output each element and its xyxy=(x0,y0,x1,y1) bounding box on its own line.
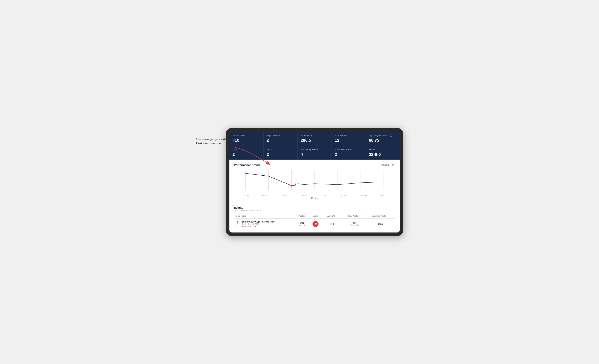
table-row: 🏌 Buster Cozy Cup – Stroke Play Oct 9 – … xyxy=(234,218,395,230)
chart-axis-label: Months xyxy=(234,197,395,199)
tablet-screen: National Rank #10 Regional Rank 2 Scorin… xyxy=(229,132,400,232)
x-label-nov23: NOV 23 xyxy=(255,195,275,197)
col-total-points: Total Points i xyxy=(343,214,366,219)
stat-match-play: Match Play Events 2 xyxy=(332,145,366,160)
stat-regional-rank: Regional Rank 2 xyxy=(264,132,297,145)
event-rounds: 3 Rounds xyxy=(344,224,365,226)
event-name-cell: 🏌 Buster Cozy Cup – Stroke Play Oct 9 – … xyxy=(234,218,295,230)
stat-label-record: Record xyxy=(369,148,397,151)
stat-label-wins: Wins xyxy=(232,148,260,151)
stat-value-scoring-avg: 286.5 xyxy=(301,138,328,143)
x-label-apr24: APR 24 xyxy=(354,195,374,197)
stat-wins: Wins 2 xyxy=(229,145,263,160)
x-label-may24: MAY 24 xyxy=(374,195,394,197)
stat-stroke-play: Stroke Play Events 4 xyxy=(298,145,332,160)
col-event-sg: Event SG i xyxy=(322,214,343,219)
event-position-cell: 6th out of 7 xyxy=(295,218,309,230)
event-golf-icon: 🏌 xyxy=(236,221,240,225)
stat-label-national-rank: National Rank xyxy=(232,134,260,137)
weighted-points-info-icon[interactable]: i xyxy=(387,215,389,217)
stat-value-stroke-play: 4 xyxy=(301,152,328,157)
event-sg-info-icon[interactable]: i xyxy=(336,215,338,217)
rank-impact-arrow: ▼ xyxy=(255,225,256,228)
events-table: Event Name Position Score Event SG i Tot… xyxy=(234,214,395,230)
stat-value-national-rank: #10 xyxy=(232,138,260,143)
stat-label-top3s: Top 3s xyxy=(266,148,294,151)
stat-total-rounds: Total Rounds 12 xyxy=(332,132,366,145)
event-score-badge: -22 xyxy=(312,221,318,227)
col-position: Position xyxy=(295,214,309,219)
performance-title: Performance Trend xyxy=(234,163,260,167)
stat-value-regional-rank: 2 xyxy=(266,138,294,143)
event-name-col: 🏌 Buster Cozy Cup – Stroke Play Oct 9 – … xyxy=(236,221,293,228)
col-score: Score xyxy=(309,214,322,219)
event-total-points-cell: 28.3 3 Rounds xyxy=(343,218,366,230)
stat-value-match-play: 2 xyxy=(335,152,363,157)
stat-avg-weighted: Avg. Weighted Points i 68.75 xyxy=(366,132,400,145)
event-weighted-points-cell: 28.3 xyxy=(366,218,395,230)
event-sg-cell: 0.45 xyxy=(322,218,343,230)
x-label-mar24: MAR 24 xyxy=(334,195,354,197)
performance-header: Performance Trend National Rank xyxy=(234,163,395,167)
x-label-dec23: DEC 23 xyxy=(275,195,295,197)
stats-row-2: Wins 2 Top 3s 2 Stroke Play Events 4 Mat… xyxy=(229,145,400,160)
event-details: Buster Cozy Cup – Stroke Play Oct 9 – Oc… xyxy=(241,221,274,228)
total-points-info-icon[interactable]: i xyxy=(359,215,361,217)
stat-value-total-rounds: 12 xyxy=(335,138,363,143)
stat-scoring-avg: Scoring Avg. 286.5 xyxy=(298,132,332,145)
performance-chart: #10 xyxy=(234,169,395,194)
events-subtitle: Last updated: 24th November 2023 xyxy=(234,210,395,212)
event-score-cell: -22 xyxy=(309,218,322,230)
x-label-feb24: FEB 24 xyxy=(315,195,334,197)
annotation-text: This shows you your National Rank trend … xyxy=(196,138,231,145)
tablet-frame: National Rank #10 Regional Rank 2 Scorin… xyxy=(226,128,403,236)
stat-label-regional-rank: Regional Rank xyxy=(266,134,294,137)
stat-value-avg-weighted: 68.75 xyxy=(369,138,397,143)
stat-label-match-play: Match Play Events xyxy=(335,148,363,151)
table-header-row: Event Name Position Score Event SG i Tot… xyxy=(234,214,395,219)
stat-value-top3s: 2 xyxy=(266,152,294,157)
col-event-name: Event Name xyxy=(234,214,295,219)
rank-impact-text: Rank Impact: 3 ▼ xyxy=(241,225,274,228)
x-label-jan24: JAN 24 xyxy=(295,195,315,197)
stat-label-scoring-avg: Scoring Avg. xyxy=(301,134,328,137)
event-weighted-value: 28.3 xyxy=(378,222,383,225)
x-label-oct23: OCT 23 xyxy=(236,195,255,197)
stat-label-total-rounds: Total Rounds xyxy=(335,134,363,137)
stat-value-record: 32-8-0 xyxy=(369,152,397,157)
stat-value-wins: 2 xyxy=(232,152,260,157)
performance-legend: National Rank xyxy=(381,164,395,166)
annotation-bold: National Rank xyxy=(196,138,231,145)
stat-label-stroke-play: Stroke Play Events xyxy=(301,148,328,151)
svg-text:#10: #10 xyxy=(295,183,299,186)
annotation: This shows you your National Rank trend … xyxy=(196,138,234,145)
event-name-text: Buster Cozy Cup – Stroke Play xyxy=(241,221,274,223)
events-section: Events Last updated: 24th November 2023 … xyxy=(229,203,400,232)
stat-record: Record 32-8-0 xyxy=(366,145,400,160)
chart-x-labels: OCT 23 NOV 23 DEC 23 JAN 24 FEB 24 MAR 2… xyxy=(234,195,395,197)
event-position-sub: out of 7 xyxy=(296,224,308,226)
stat-national-rank: National Rank #10 xyxy=(229,132,263,145)
col-weighted-points: Weighted Points i xyxy=(366,214,395,219)
stats-row-1: National Rank #10 Regional Rank 2 Scorin… xyxy=(229,132,400,145)
chart-svg: #10 xyxy=(234,169,395,194)
event-position-value: 6th xyxy=(296,221,308,224)
stat-top3s: Top 3s 2 xyxy=(264,145,297,160)
stat-label-avg-weighted: Avg. Weighted Points i xyxy=(369,134,397,137)
page-wrapper: This shows you your National Rank trend … xyxy=(196,128,403,236)
performance-section: Performance Trend National Rank xyxy=(229,160,400,203)
avg-weighted-info-icon[interactable]: i xyxy=(390,134,392,137)
rank-dot xyxy=(291,185,293,186)
events-title: Events xyxy=(234,206,395,209)
content-area: National Rank #10 Regional Rank 2 Scorin… xyxy=(229,132,400,232)
event-date-text: Oct 9 – Oct 10, 2023 xyxy=(241,223,274,225)
